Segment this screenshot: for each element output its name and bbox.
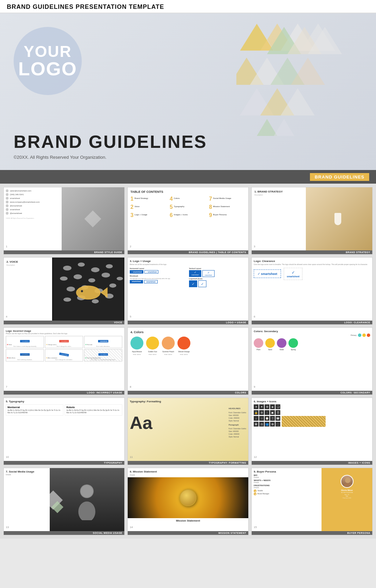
slide-12-footer: IMAGES + ICONS bbox=[252, 461, 372, 465]
svg-point-40 bbox=[81, 485, 93, 497]
hero-slide: YOUR LOGO BRAND bbox=[0, 13, 376, 170]
hero-copyright: ©20XX. All Rights Reserved Your Organiza… bbox=[14, 155, 362, 160]
hero-logo: YOUR LOGO bbox=[14, 27, 82, 95]
svg-point-42 bbox=[344, 483, 352, 488]
slide-4-footer: VOICE bbox=[4, 321, 124, 324]
page-title: BRAND GUIDELINES PRESENTATION TEMPLATE bbox=[7, 3, 369, 11]
svg-point-24 bbox=[88, 278, 95, 282]
slide-13-footer: SOCIAL MEDIA USAGE bbox=[4, 531, 124, 535]
slide-11-footer: TYPOGRAPHY: FORMATTING bbox=[128, 461, 248, 465]
hero-logo-text: LOGO bbox=[18, 59, 77, 78]
slide-3[interactable]: 1. BRAND STRATEGY Description BRAND STRA… bbox=[251, 187, 373, 254]
thumbnail-grid: salon@smartsheet.com (346) 346-5341 smar… bbox=[0, 184, 376, 539]
page-header: BRAND GUIDELINES PRESENTATION TEMPLATE bbox=[0, 0, 376, 13]
svg-point-30 bbox=[109, 283, 116, 288]
slide-13[interactable]: 7. Social Media Usage Details SOCIAL MED… bbox=[3, 468, 125, 535]
brand-bar: BRAND GUIDELINES bbox=[0, 170, 376, 184]
hero-logo-your: YOUR bbox=[24, 44, 72, 59]
svg-point-41 bbox=[345, 478, 350, 483]
svg-point-35 bbox=[76, 285, 100, 299]
svg-point-33 bbox=[92, 299, 99, 303]
slide-2[interactable]: TABLE OF CONTENTS 1Brand Strategy 2Voice… bbox=[127, 187, 249, 254]
slide-7[interactable]: Logo: Incorrect Usage Please use the log… bbox=[3, 327, 125, 395]
slide-15-footer: BUYER PERSONA bbox=[252, 531, 372, 535]
slide-14-footer: MISSION STATEMENT bbox=[128, 531, 248, 535]
svg-point-37 bbox=[81, 290, 83, 292]
slide-1[interactable]: salon@smartsheet.com (346) 346-5341 smar… bbox=[3, 187, 125, 254]
slide-1-footer: BRAND STYLE GUIDE bbox=[4, 250, 124, 254]
slide-5[interactable]: 3. Logo + Usage Below we all the accepte… bbox=[127, 257, 249, 325]
slide-5-footer: LOGO + USAGE bbox=[128, 321, 248, 324]
svg-marker-15 bbox=[257, 119, 277, 136]
slide-6-footer: LOGO: CLEARANCE bbox=[252, 321, 372, 324]
slide-8-footer: COLORS bbox=[128, 391, 248, 394]
slide-3-footer: BRAND STRATEGY bbox=[252, 250, 372, 254]
slide-8[interactable]: 4. Colors Aqua Breeze RGB: 00/X/X Golden… bbox=[127, 327, 249, 395]
slide-14[interactable]: 8. Mission Statement Details Mission Sta… bbox=[127, 468, 249, 535]
svg-point-27 bbox=[66, 287, 75, 291]
svg-point-25 bbox=[101, 273, 110, 277]
svg-point-31 bbox=[63, 297, 71, 301]
svg-marker-16 bbox=[274, 119, 294, 136]
svg-point-20 bbox=[91, 267, 99, 272]
slide-9-footer: COLORS: SECONDARY bbox=[252, 391, 372, 394]
svg-point-39 bbox=[78, 501, 95, 520]
hero-triangles bbox=[236, 20, 366, 150]
slide-7-footer: LOGO: INCORRECT USAGE bbox=[4, 391, 124, 394]
svg-point-18 bbox=[63, 266, 72, 270]
mission-statement-text: Mission Statement bbox=[128, 518, 248, 523]
slide-12[interactable]: 6. Images + Icons ✈ ✦ ⚙ ◈ ❑ 🔒 ⚙ ↑ ▣ ☰ bbox=[251, 398, 373, 465]
brand-bar-label: BRAND GUIDELINES bbox=[310, 173, 369, 181]
slide-9[interactable]: Colors: Secondary Primary: Plum Sand bbox=[251, 327, 373, 395]
slide-2-footer: BRAND GUIDELINES | TABLE OF CONTENTS bbox=[128, 250, 248, 254]
slide-15[interactable]: 9. Buyer Persona BIO Details WANTS + NEE… bbox=[251, 468, 373, 535]
slide-10[interactable]: 5. Typography Montserrat Aa Bb Cc Dd Ee … bbox=[3, 398, 125, 465]
slide-4[interactable]: 2. VOICE Description bbox=[3, 257, 125, 325]
svg-point-23 bbox=[74, 274, 82, 279]
slide-10-footer: TYPOGRAPHY bbox=[4, 461, 124, 465]
svg-point-26 bbox=[116, 277, 123, 280]
svg-point-22 bbox=[60, 277, 68, 281]
slide-6[interactable]: Logo: Clearance Give the logo some room … bbox=[251, 257, 373, 325]
slide-11[interactable]: Typography: Formatting Aa HEADLINES Font… bbox=[127, 398, 249, 465]
